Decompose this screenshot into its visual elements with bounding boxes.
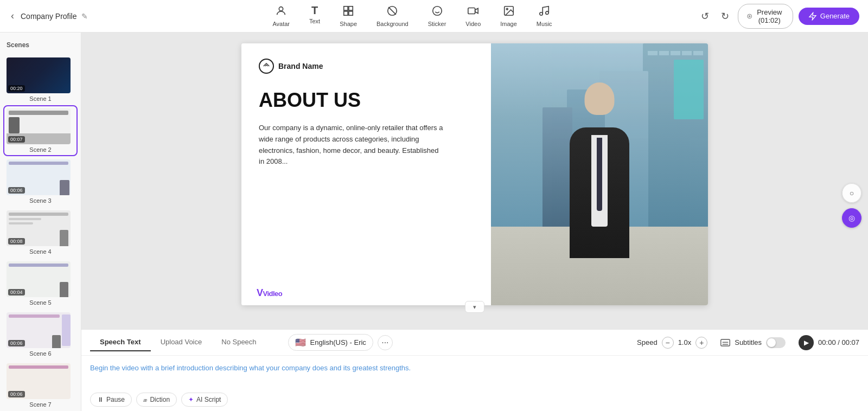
tool-sticker[interactable]: Sticker xyxy=(420,2,454,30)
svg-point-13 xyxy=(546,11,549,14)
scene-item-5[interactable]: 00:04 Scene 5 xyxy=(4,259,76,308)
pause-icon: ⏸ xyxy=(97,396,104,403)
topbar-right: ↺ ↻ Preview (01:02) Generate xyxy=(707,4,859,29)
scene-time-2: 00:07 xyxy=(8,136,25,143)
svg-point-14 xyxy=(747,14,751,18)
brand-row: Brand Name xyxy=(259,59,474,74)
speed-increase-button[interactable]: + xyxy=(695,337,707,349)
scene-thumb-7: 00:06 xyxy=(7,363,71,399)
scene-label-6: Scene 6 xyxy=(7,350,74,357)
scenes-title: Scenes xyxy=(4,39,76,53)
time-display: 00:00 / 00:07 xyxy=(818,338,859,346)
svg-rect-2 xyxy=(349,7,353,10)
scene-label-4: Scene 4 xyxy=(7,248,74,255)
collapse-button[interactable]: ▾ xyxy=(465,301,484,313)
svg-rect-1 xyxy=(344,7,348,10)
subtitles-icon xyxy=(720,339,730,346)
bottom-panel: Speech Text Upload Voice No Speech 🇺🇸 En… xyxy=(81,329,868,411)
scene-label-1: Scene 1 xyxy=(7,95,74,102)
back-button[interactable]: ‹ xyxy=(9,8,16,24)
avatar-person xyxy=(545,43,654,305)
language-selector[interactable]: 🇺🇸 English(US) - Eric xyxy=(288,334,373,351)
diction-chip[interactable]: æ Diction xyxy=(136,393,177,407)
tool-avatar-label: Avatar xyxy=(272,21,290,27)
aiscript-chip[interactable]: ✦ AI Script xyxy=(181,393,228,407)
tool-video[interactable]: Video xyxy=(458,2,488,30)
play-button[interactable]: ▶ xyxy=(799,335,814,350)
scene-time-6: 00:06 xyxy=(8,340,25,346)
preview-icon xyxy=(747,12,752,21)
scene-time-3: 00:06 xyxy=(8,187,25,194)
generate-label: Generate xyxy=(820,12,850,20)
bottom-controls-row: Speech Text Upload Voice No Speech 🇺🇸 En… xyxy=(81,330,868,356)
tool-avatar[interactable]: Avatar xyxy=(265,2,297,30)
tab-speech-text[interactable]: Speech Text xyxy=(90,333,151,351)
topbar-tools: Avatar T Text Shape Background Sticker xyxy=(117,2,707,30)
scene-thumb-1: 00:20 xyxy=(7,57,71,93)
diction-label: Diction xyxy=(150,396,170,403)
scene-item-2[interactable]: 00:07 Scene 2 xyxy=(4,106,76,155)
tool-background-label: Background xyxy=(376,21,409,27)
scenes-sidebar: Scenes 00:20 Scene 1 00:07 Scene 2 00:06 xyxy=(0,33,81,411)
brand-logo xyxy=(259,59,274,74)
subtitles-control: Subtitles xyxy=(720,337,786,348)
scene-label-5: Scene 5 xyxy=(7,299,74,306)
tool-music[interactable]: Music xyxy=(529,2,560,30)
scene-item-6[interactable]: 00:06 Scene 6 xyxy=(4,310,76,359)
avatar-icon xyxy=(275,5,287,18)
canvas-logo: VVidleo xyxy=(257,287,282,299)
tool-image-label: Image xyxy=(500,21,517,27)
scene-time-4: 00:08 xyxy=(8,238,25,245)
scene-label-7: Scene 7 xyxy=(7,401,74,408)
redo-button[interactable]: ↻ xyxy=(718,8,732,24)
svg-rect-3 xyxy=(344,11,348,15)
canvas-wrapper: Brand Name ABOUT US Our company is a dyn… xyxy=(241,43,708,305)
generate-icon xyxy=(808,12,817,21)
preview-label: Preview (01:02) xyxy=(755,8,784,24)
language-more-button[interactable]: ··· xyxy=(378,335,393,350)
topbar-left: ‹ Company Profile ✎ xyxy=(9,8,117,24)
script-area: Begin the video with a brief introductio… xyxy=(81,356,868,388)
scene-thumb-4: 00:08 xyxy=(7,210,71,246)
tool-shape[interactable]: Shape xyxy=(332,2,365,30)
svg-rect-9 xyxy=(468,8,475,14)
generate-button[interactable]: Generate xyxy=(799,8,859,25)
tool-shape-label: Shape xyxy=(340,21,357,27)
tool-text-label: Text xyxy=(309,18,320,24)
playback-control: ▶ 00:00 / 00:07 xyxy=(799,335,859,350)
scene-time-5: 00:04 xyxy=(8,289,25,296)
scene-label-3: Scene 3 xyxy=(7,197,74,204)
side-circle-icon-1[interactable]: ○ xyxy=(842,183,861,203)
speed-decrease-button[interactable]: − xyxy=(662,337,674,349)
about-text: Our company is a dynamic, online-only re… xyxy=(259,123,443,168)
side-actions: ○ ◎ xyxy=(842,183,861,228)
scene-item-4[interactable]: 00:08 Scene 4 xyxy=(4,208,76,257)
edit-icon[interactable]: ✎ xyxy=(81,12,88,21)
subtitles-toggle-thumb xyxy=(767,338,776,347)
preview-button[interactable]: Preview (01:02) xyxy=(738,4,793,29)
subtitles-toggle[interactable] xyxy=(766,337,786,348)
script-text[interactable]: Begin the video with a brief introductio… xyxy=(90,362,859,374)
side-circle-icon-2[interactable]: ◎ xyxy=(842,208,861,228)
undo-button[interactable]: ↺ xyxy=(698,8,712,24)
scene-item-7[interactable]: 00:06 Scene 7 xyxy=(4,361,76,410)
canvas[interactable]: Brand Name ABOUT US Our company is a dyn… xyxy=(241,43,708,305)
svg-point-0 xyxy=(279,7,283,11)
brand-name: Brand Name xyxy=(278,62,323,70)
tab-upload-voice[interactable]: Upload Voice xyxy=(151,333,212,351)
scene-item-1[interactable]: 00:20 Scene 1 xyxy=(4,55,76,104)
tool-text[interactable]: T Text xyxy=(302,2,328,30)
video-icon xyxy=(467,5,479,18)
svg-point-6 xyxy=(432,7,442,16)
tool-image[interactable]: Image xyxy=(493,2,525,30)
tab-no-speech[interactable]: No Speech xyxy=(212,333,266,351)
canvas-left: Brand Name ABOUT US Our company is a dyn… xyxy=(241,43,491,305)
main-area: Scenes 00:20 Scene 1 00:07 Scene 2 00:06 xyxy=(0,33,868,411)
aiscript-label: AI Script xyxy=(196,396,221,403)
pause-chip[interactable]: ⏸ Pause xyxy=(90,393,132,407)
svg-point-11 xyxy=(506,8,508,10)
subtitles-label: Subtitles xyxy=(735,338,762,346)
scene-item-3[interactable]: 00:06 Scene 3 xyxy=(4,157,76,206)
tool-background[interactable]: Background xyxy=(369,2,416,30)
scene-thumb-6: 00:06 xyxy=(7,312,71,348)
